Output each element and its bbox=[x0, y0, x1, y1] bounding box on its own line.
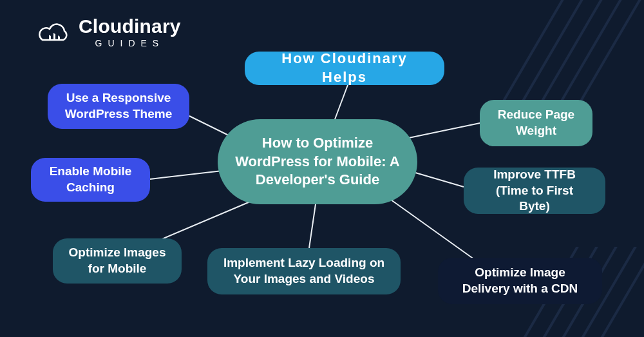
brand-logo: Cloudinary GUIDES bbox=[39, 17, 181, 48]
diagram-canvas: Cloudinary GUIDES How to Optimize WordPr… bbox=[0, 0, 644, 337]
node-cdn-delivery: Optimize Image Delivery with a CDN bbox=[438, 258, 602, 304]
node-label: Improve TTFB (Time to First Byte) bbox=[479, 167, 590, 215]
center-topic-label: How to Optimize WordPress for Mobile: A … bbox=[233, 134, 402, 189]
svg-line-0 bbox=[502, 0, 592, 103]
node-label: How Cloudinary Helps bbox=[260, 50, 429, 86]
node-label: Use a Responsive WordPress Theme bbox=[63, 90, 174, 122]
node-how-cloudinary-helps: How Cloudinary Helps bbox=[245, 52, 444, 85]
svg-line-1 bbox=[522, 0, 612, 103]
cloud-icon bbox=[39, 21, 71, 44]
node-label: Implement Lazy Loading on Your Images an… bbox=[223, 255, 385, 287]
node-label: Enable Mobile Caching bbox=[46, 164, 135, 195]
svg-line-17 bbox=[406, 122, 483, 139]
svg-line-16 bbox=[415, 173, 464, 187]
accent-stripes-top bbox=[489, 0, 644, 103]
svg-line-2 bbox=[541, 0, 631, 103]
node-label: Optimize Image Delivery with a CDN bbox=[453, 265, 587, 296]
svg-line-12 bbox=[150, 171, 222, 179]
center-topic: How to Optimize WordPress for Mobile: A … bbox=[218, 119, 417, 204]
node-mobile-caching: Enable Mobile Caching bbox=[31, 158, 150, 202]
svg-line-4 bbox=[580, 0, 644, 103]
svg-line-10 bbox=[335, 85, 348, 119]
node-label: Reduce Page Weight bbox=[495, 107, 577, 139]
node-improve-ttfb: Improve TTFB (Time to First Byte) bbox=[464, 168, 605, 214]
node-lazy-loading: Implement Lazy Loading on Your Images an… bbox=[207, 248, 401, 294]
svg-line-14 bbox=[309, 204, 316, 248]
node-responsive-theme: Use a Responsive WordPress Theme bbox=[48, 84, 189, 129]
svg-line-15 bbox=[386, 197, 477, 261]
brand-name: Cloudinary bbox=[79, 17, 181, 36]
brand-subtitle: GUIDES bbox=[79, 39, 181, 48]
node-optimize-images: Optimize Images for Mobile bbox=[53, 238, 182, 284]
node-label: Optimize Images for Mobile bbox=[68, 245, 166, 276]
node-reduce-page-weight: Reduce Page Weight bbox=[480, 100, 592, 146]
svg-line-3 bbox=[560, 0, 644, 103]
